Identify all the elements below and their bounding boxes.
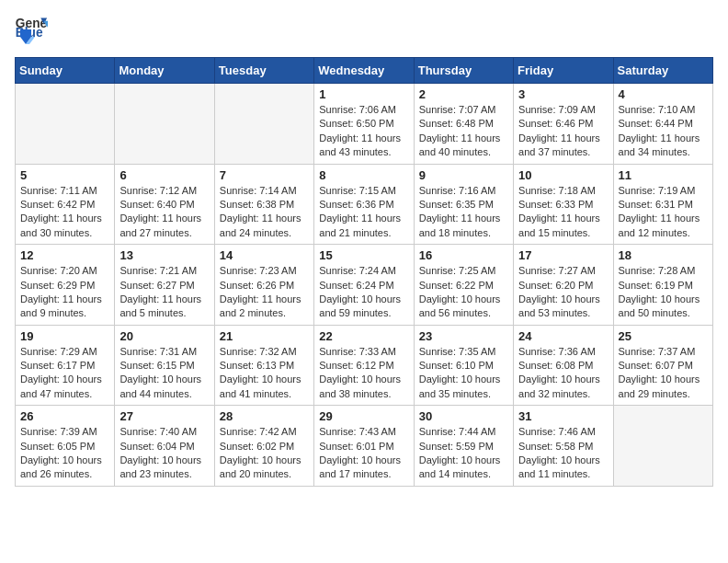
day-info: Sunrise: 7:40 AM Sunset: 6:04 PM Dayligh… [119, 425, 209, 482]
day-info: Sunrise: 7:29 AM Sunset: 6:17 PM Dayligh… [20, 345, 109, 402]
day-info: Sunrise: 7:14 AM Sunset: 6:38 PM Dayligh… [220, 184, 309, 241]
day-number: 11 [619, 168, 708, 182]
day-info: Sunrise: 7:35 AM Sunset: 6:10 PM Dayligh… [419, 345, 508, 402]
week-row: 19Sunrise: 7:29 AM Sunset: 6:17 PM Dayli… [16, 325, 713, 406]
calendar-cell: 28Sunrise: 7:42 AM Sunset: 6:02 PM Dayli… [214, 406, 313, 487]
weekday-header: Friday [514, 58, 613, 84]
day-number: 19 [20, 329, 109, 343]
calendar-cell: 17Sunrise: 7:27 AM Sunset: 6:20 PM Dayli… [514, 245, 613, 326]
day-number: 4 [619, 87, 708, 101]
day-number: 29 [319, 409, 408, 423]
calendar-cell: 2Sunrise: 7:07 AM Sunset: 6:48 PM Daylig… [414, 84, 513, 165]
day-info: Sunrise: 7:39 AM Sunset: 6:05 PM Dayligh… [20, 425, 109, 482]
calendar-cell [613, 406, 712, 487]
calendar-cell: 25Sunrise: 7:37 AM Sunset: 6:07 PM Dayli… [613, 325, 712, 406]
day-info: Sunrise: 7:15 AM Sunset: 6:36 PM Dayligh… [319, 184, 408, 241]
day-number: 9 [419, 168, 508, 182]
day-info: Sunrise: 7:36 AM Sunset: 6:08 PM Dayligh… [518, 345, 608, 402]
day-number: 8 [319, 168, 408, 182]
calendar-cell: 4Sunrise: 7:10 AM Sunset: 6:44 PM Daylig… [613, 84, 712, 165]
week-row: 26Sunrise: 7:39 AM Sunset: 6:05 PM Dayli… [16, 406, 713, 487]
day-info: Sunrise: 7:20 AM Sunset: 6:29 PM Dayligh… [20, 264, 109, 321]
calendar-cell: 1Sunrise: 7:06 AM Sunset: 6:50 PM Daylig… [314, 84, 414, 165]
page-header: General Blue [15, 15, 713, 46]
day-number: 28 [220, 409, 309, 423]
day-info: Sunrise: 7:23 AM Sunset: 6:26 PM Dayligh… [220, 264, 309, 321]
day-number: 27 [119, 409, 209, 423]
calendar-cell [214, 84, 313, 165]
day-number: 17 [518, 248, 608, 262]
weekday-header: Saturday [613, 58, 712, 84]
calendar-cell: 19Sunrise: 7:29 AM Sunset: 6:17 PM Dayli… [16, 325, 115, 406]
weekday-header: Sunday [16, 58, 115, 84]
day-info: Sunrise: 7:10 AM Sunset: 6:44 PM Dayligh… [619, 103, 708, 160]
calendar-cell [16, 84, 115, 165]
calendar-cell: 20Sunrise: 7:31 AM Sunset: 6:15 PM Dayli… [115, 325, 214, 406]
day-number: 15 [319, 248, 408, 262]
day-info: Sunrise: 7:28 AM Sunset: 6:19 PM Dayligh… [619, 264, 708, 321]
day-number: 2 [419, 87, 508, 101]
day-number: 6 [119, 168, 209, 182]
calendar-cell: 30Sunrise: 7:44 AM Sunset: 5:59 PM Dayli… [414, 406, 513, 487]
calendar-cell: 16Sunrise: 7:25 AM Sunset: 6:22 PM Dayli… [414, 245, 513, 326]
logo: General Blue [15, 15, 48, 46]
day-number: 26 [20, 409, 109, 423]
day-number: 24 [518, 329, 608, 343]
day-number: 16 [419, 248, 508, 262]
day-number: 20 [119, 329, 209, 343]
day-number: 21 [220, 329, 309, 343]
week-row: 1Sunrise: 7:06 AM Sunset: 6:50 PM Daylig… [16, 84, 713, 165]
day-info: Sunrise: 7:33 AM Sunset: 6:12 PM Dayligh… [319, 345, 408, 402]
calendar-cell: 23Sunrise: 7:35 AM Sunset: 6:10 PM Dayli… [414, 325, 513, 406]
day-number: 10 [518, 168, 608, 182]
day-number: 13 [119, 248, 209, 262]
day-info: Sunrise: 7:27 AM Sunset: 6:20 PM Dayligh… [518, 264, 608, 321]
calendar-cell: 11Sunrise: 7:19 AM Sunset: 6:31 PM Dayli… [613, 164, 712, 245]
calendar-cell: 10Sunrise: 7:18 AM Sunset: 6:33 PM Dayli… [514, 164, 613, 245]
day-number: 25 [619, 329, 708, 343]
day-info: Sunrise: 7:07 AM Sunset: 6:48 PM Dayligh… [419, 103, 508, 160]
logo-arrow-icon [17, 28, 35, 46]
day-info: Sunrise: 7:21 AM Sunset: 6:27 PM Dayligh… [119, 264, 209, 321]
day-info: Sunrise: 7:37 AM Sunset: 6:07 PM Dayligh… [619, 345, 708, 402]
calendar-cell [115, 84, 214, 165]
calendar-cell: 9Sunrise: 7:16 AM Sunset: 6:35 PM Daylig… [414, 164, 513, 245]
calendar-table: SundayMondayTuesdayWednesdayThursdayFrid… [15, 57, 713, 487]
weekday-header-row: SundayMondayTuesdayWednesdayThursdayFrid… [16, 58, 713, 84]
calendar-cell: 7Sunrise: 7:14 AM Sunset: 6:38 PM Daylig… [214, 164, 313, 245]
day-info: Sunrise: 7:16 AM Sunset: 6:35 PM Dayligh… [419, 184, 508, 241]
weekday-header: Wednesday [314, 58, 414, 84]
day-number: 5 [20, 168, 109, 182]
weekday-header: Monday [115, 58, 214, 84]
day-info: Sunrise: 7:44 AM Sunset: 5:59 PM Dayligh… [419, 425, 508, 482]
calendar-cell: 29Sunrise: 7:43 AM Sunset: 6:01 PM Dayli… [314, 406, 414, 487]
calendar-cell: 31Sunrise: 7:46 AM Sunset: 5:58 PM Dayli… [514, 406, 613, 487]
day-info: Sunrise: 7:32 AM Sunset: 6:13 PM Dayligh… [220, 345, 309, 402]
day-info: Sunrise: 7:12 AM Sunset: 6:40 PM Dayligh… [119, 184, 209, 241]
day-number: 22 [319, 329, 408, 343]
calendar-cell: 15Sunrise: 7:24 AM Sunset: 6:24 PM Dayli… [314, 245, 414, 326]
day-info: Sunrise: 7:09 AM Sunset: 6:46 PM Dayligh… [518, 103, 608, 160]
calendar-cell: 27Sunrise: 7:40 AM Sunset: 6:04 PM Dayli… [115, 406, 214, 487]
day-number: 23 [419, 329, 508, 343]
day-info: Sunrise: 7:18 AM Sunset: 6:33 PM Dayligh… [518, 184, 608, 241]
calendar-cell: 5Sunrise: 7:11 AM Sunset: 6:42 PM Daylig… [16, 164, 115, 245]
calendar-cell: 6Sunrise: 7:12 AM Sunset: 6:40 PM Daylig… [115, 164, 214, 245]
day-number: 14 [220, 248, 309, 262]
calendar-cell: 3Sunrise: 7:09 AM Sunset: 6:46 PM Daylig… [514, 84, 613, 165]
day-info: Sunrise: 7:06 AM Sunset: 6:50 PM Dayligh… [319, 103, 408, 160]
calendar-cell: 8Sunrise: 7:15 AM Sunset: 6:36 PM Daylig… [314, 164, 414, 245]
day-info: Sunrise: 7:11 AM Sunset: 6:42 PM Dayligh… [20, 184, 109, 241]
day-number: 31 [518, 409, 608, 423]
day-number: 18 [619, 248, 708, 262]
weekday-header: Thursday [414, 58, 513, 84]
week-row: 12Sunrise: 7:20 AM Sunset: 6:29 PM Dayli… [16, 245, 713, 326]
weekday-header: Tuesday [214, 58, 313, 84]
calendar-cell: 12Sunrise: 7:20 AM Sunset: 6:29 PM Dayli… [16, 245, 115, 326]
day-info: Sunrise: 7:43 AM Sunset: 6:01 PM Dayligh… [319, 425, 408, 482]
day-number: 30 [419, 409, 508, 423]
calendar-cell: 18Sunrise: 7:28 AM Sunset: 6:19 PM Dayli… [613, 245, 712, 326]
calendar-cell: 21Sunrise: 7:32 AM Sunset: 6:13 PM Dayli… [214, 325, 313, 406]
calendar-cell: 14Sunrise: 7:23 AM Sunset: 6:26 PM Dayli… [214, 245, 313, 326]
day-number: 1 [319, 87, 408, 101]
